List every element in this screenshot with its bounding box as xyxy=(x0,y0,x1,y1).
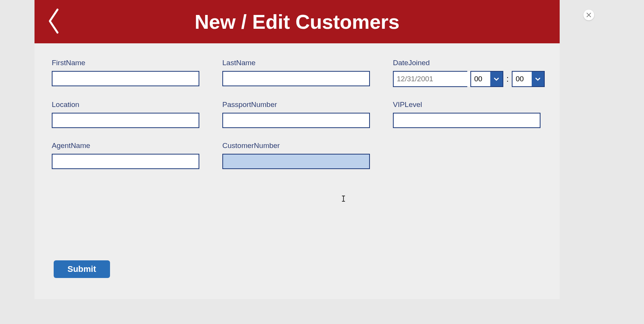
label-firstname: FirstName xyxy=(52,59,199,67)
field-location: Location xyxy=(52,100,199,128)
field-viplevel: VIPLevel xyxy=(393,100,540,128)
label-datejoined: DateJoined xyxy=(393,59,545,67)
submit-row: Submit xyxy=(54,260,110,278)
label-viplevel: VIPLevel xyxy=(393,100,540,109)
field-datejoined: DateJoined xyxy=(393,59,545,87)
text-cursor-icon xyxy=(341,195,346,202)
input-agentname[interactable] xyxy=(52,154,199,169)
label-lastname: LastName xyxy=(222,59,370,67)
chevron-down-icon[interactable] xyxy=(490,72,503,86)
input-passportnumber[interactable] xyxy=(222,113,370,128)
field-lastname: LastName xyxy=(222,59,370,87)
label-passportnumber: PassportNumber xyxy=(222,100,370,109)
label-location: Location xyxy=(52,100,199,109)
date-input-wrapper xyxy=(393,71,467,87)
minute-select: 00 xyxy=(512,71,545,87)
page-title: New / Edit Customers xyxy=(34,10,560,33)
label-customernumber: CustomerNumber xyxy=(222,141,370,150)
modal-header: New / Edit Customers xyxy=(34,0,560,43)
submit-button[interactable]: Submit xyxy=(54,260,110,278)
field-passportnumber: PassportNumber xyxy=(222,100,370,128)
hour-value[interactable]: 00 xyxy=(471,72,490,86)
time-separator: : xyxy=(506,74,509,84)
form-row-2: Location PassportNumber VIPLevel xyxy=(52,100,542,128)
form-row-3: AgentName CustomerNumber xyxy=(52,141,542,169)
hour-select: 00 xyxy=(470,71,503,87)
field-firstname: FirstName xyxy=(52,59,199,87)
input-location[interactable] xyxy=(52,113,199,128)
close-icon[interactable] xyxy=(583,10,594,20)
minute-value[interactable]: 00 xyxy=(513,72,532,86)
input-firstname[interactable] xyxy=(52,71,199,86)
input-customernumber[interactable] xyxy=(222,154,370,169)
field-agentname: AgentName xyxy=(52,141,199,169)
input-lastname[interactable] xyxy=(222,71,370,86)
input-viplevel[interactable] xyxy=(393,113,540,128)
chevron-down-icon[interactable] xyxy=(532,72,544,86)
field-customernumber: CustomerNumber xyxy=(222,141,370,169)
back-icon[interactable] xyxy=(46,8,61,36)
form-row-1: FirstName LastName DateJoined xyxy=(52,59,542,87)
label-agentname: AgentName xyxy=(52,141,199,150)
datetime-group: 00 : 00 xyxy=(393,71,545,87)
form-body: FirstName LastName DateJoined xyxy=(34,43,560,299)
customer-form-modal: New / Edit Customers FirstName LastName … xyxy=(34,0,560,299)
